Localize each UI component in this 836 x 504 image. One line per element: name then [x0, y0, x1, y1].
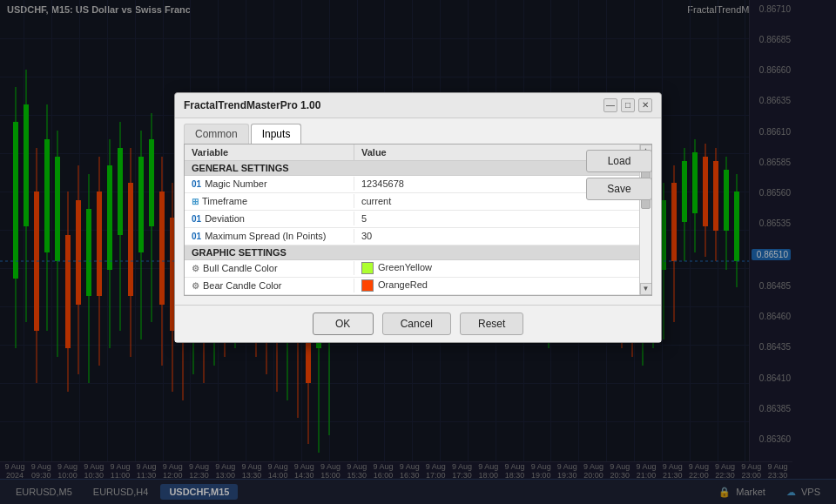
section-graphic: GRAPHIC SETTINGS [185, 245, 651, 260]
dialog-title: FractalTrendMasterPro 1.00 [184, 99, 320, 111]
close-button[interactable]: ✕ [638, 98, 652, 112]
dialog: FractalTrendMasterPro 1.00 — □ ✕ Common … [174, 92, 662, 343]
cell-variable: 01 Maximum Spread (In Points) [185, 229, 354, 243]
side-buttons: Load Save [586, 150, 652, 200]
cell-value: 5 [354, 212, 651, 225]
cell-value: GreenYellow [354, 260, 651, 276]
variable-name: Deviation [205, 213, 245, 224]
table-row[interactable]: ⚙ Bear Candle Color OrangeRed [185, 278, 651, 295]
tab-inputs[interactable]: Inputs [251, 124, 302, 144]
cell-variable: 01 Deviation [185, 212, 354, 225]
save-button[interactable]: Save [586, 178, 652, 200]
color-swatch-green [361, 262, 374, 274]
cell-value: 30 [354, 229, 651, 243]
load-button[interactable]: Load [586, 150, 652, 172]
var-icon: 01 [192, 214, 201, 224]
cancel-button[interactable]: Cancel [382, 312, 451, 335]
cell-variable: ⚙ Bear Candle Color [185, 279, 354, 292]
color-swatch-red [361, 279, 374, 292]
cell-value: OrangeRed [354, 278, 651, 293]
dialog-titlebar: FractalTrendMasterPro 1.00 — □ ✕ [175, 93, 661, 118]
var-icon: 01 [192, 179, 201, 189]
modal-overlay: FractalTrendMasterPro 1.00 — □ ✕ Common … [0, 0, 836, 504]
ok-button[interactable]: OK [313, 312, 374, 335]
variable-name: Bear Candle Color [203, 280, 282, 291]
maximize-button[interactable]: □ [621, 98, 635, 112]
variable-name: Bull Candle Color [203, 263, 278, 273]
section-general: GENERAL SETTINGS [185, 161, 651, 176]
var-icon: ⊞ [192, 197, 199, 206]
cell-variable: ⊞ Timeframe [185, 194, 354, 208]
color-icon: ⚙ [192, 281, 199, 291]
dialog-footer: OK Cancel Reset [175, 305, 661, 342]
variable-name: Timeframe [202, 196, 247, 206]
dialog-tabs: Common Inputs [175, 118, 661, 144]
variable-name: Magic Number [205, 178, 267, 189]
table-header: Variable Value [185, 144, 651, 161]
table-row[interactable]: ⚙ Bull Candle Color GreenYellow [185, 260, 651, 278]
minimize-button[interactable]: — [603, 98, 617, 112]
table-row[interactable]: 01 Deviation 5 [185, 211, 651, 228]
color-icon: ⚙ [192, 264, 199, 273]
tab-common[interactable]: Common [184, 124, 249, 144]
dialog-controls: — □ ✕ [603, 98, 652, 112]
var-icon: 01 [192, 232, 201, 241]
scroll-down-button[interactable]: ▼ [640, 283, 652, 295]
table-row[interactable]: ⊞ Timeframe current [185, 193, 651, 211]
table-row[interactable]: 01 Maximum Spread (In Points) 30 [185, 228, 651, 245]
reset-button[interactable]: Reset [460, 312, 523, 335]
dialog-content: Variable Value GENERAL SETTINGS 01 Magic… [175, 144, 661, 305]
variable-name: Maximum Spread (In Points) [205, 231, 326, 241]
col-variable-header: Variable [185, 144, 354, 160]
cell-variable: ⚙ Bull Candle Color [185, 261, 354, 275]
cell-variable: 01 Magic Number [185, 177, 354, 191]
settings-table: Variable Value GENERAL SETTINGS 01 Magic… [184, 144, 652, 296]
table-row[interactable]: 01 Magic Number 12345678 [185, 176, 651, 193]
